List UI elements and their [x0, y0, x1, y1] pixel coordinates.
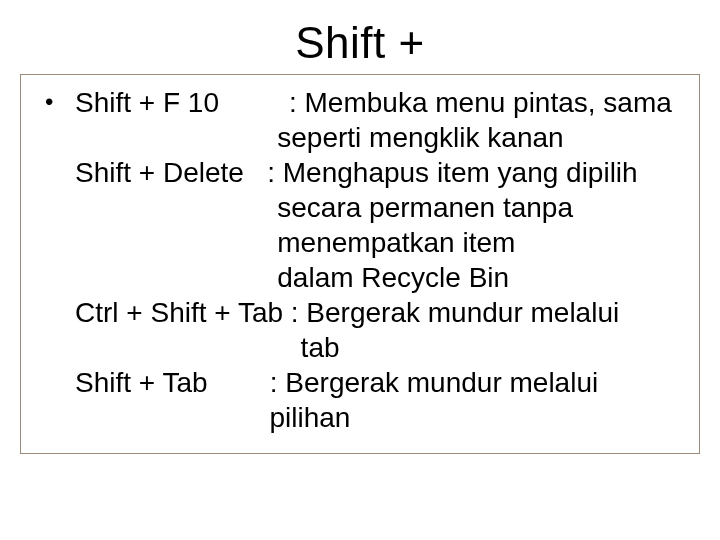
- list-item: • Shift + F 10 : Membuka menu pintas, sa…: [43, 85, 677, 435]
- text-line: Ctrl + Shift + Tab : Bergerak mundur mel…: [75, 295, 672, 330]
- slide: Shift + • Shift + F 10 : Membuka menu pi…: [0, 0, 720, 540]
- content-box: • Shift + F 10 : Membuka menu pintas, sa…: [20, 74, 700, 454]
- slide-title: Shift +: [0, 0, 720, 74]
- text-line: menempatkan item: [75, 225, 672, 260]
- text-line: tab: [75, 330, 672, 365]
- text-line: Shift + Delete : Menghapus item yang dip…: [75, 155, 672, 190]
- text-line: pilihan: [75, 400, 672, 435]
- text-line: Shift + Tab : Bergerak mundur melalui: [75, 365, 672, 400]
- text-line: dalam Recycle Bin: [75, 260, 672, 295]
- bullet-icon: •: [43, 85, 75, 120]
- entry-block: Shift + F 10 : Membuka menu pintas, sama…: [75, 85, 672, 435]
- text-line: Shift + F 10 : Membuka menu pintas, sama: [75, 85, 672, 120]
- text-line: secara permanen tanpa: [75, 190, 672, 225]
- text-line: seperti mengklik kanan: [75, 120, 672, 155]
